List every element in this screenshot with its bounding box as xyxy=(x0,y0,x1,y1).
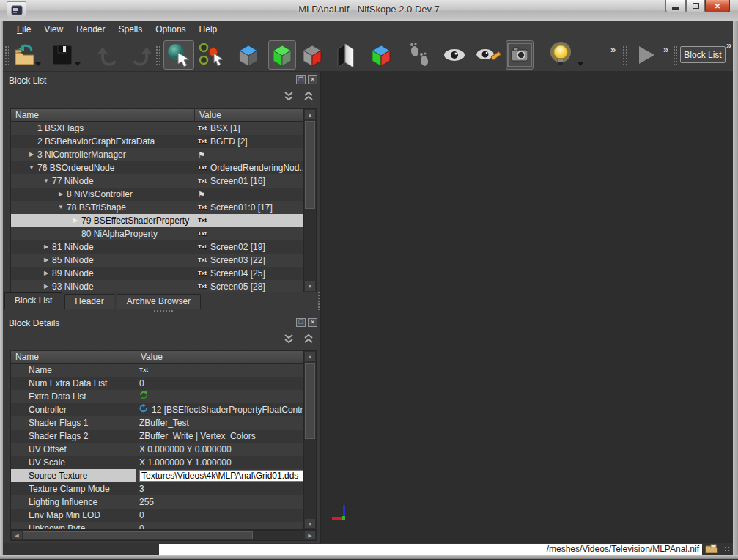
tree-row[interactable]: 80 NiAlphaPropertyTxt xyxy=(11,227,303,240)
tab-block-list[interactable]: Block List xyxy=(4,292,62,309)
tree-row[interactable]: ▶93 NiNodeTxtScreen05 [28] xyxy=(11,280,303,292)
redo-button[interactable] xyxy=(128,40,155,70)
undo-button[interactable] xyxy=(94,40,122,70)
detail-row[interactable]: Shader Flags 1ZBuffer_Test xyxy=(11,416,303,430)
close-panel-button[interactable]: ✕ xyxy=(308,318,317,327)
close-button[interactable]: ✕ xyxy=(705,0,730,12)
scroll-thumb[interactable] xyxy=(305,121,315,209)
block-list-vscrollbar[interactable]: ▲ ▼ xyxy=(303,109,316,292)
expand-icon[interactable]: ▶ xyxy=(40,280,52,292)
axes-cube-button[interactable] xyxy=(367,40,395,70)
cube-top-button[interactable] xyxy=(235,40,262,70)
expand-icon[interactable]: ▶ xyxy=(40,240,52,254)
block-details-hscrollbar[interactable]: ◀ ▶ xyxy=(10,530,317,541)
detail-row[interactable]: Controller12 [BSEffectShaderPropertyFloa… xyxy=(11,403,303,416)
detail-row[interactable]: Shader Flags 2ZBuffer_Write | Vertex_Col… xyxy=(11,430,303,443)
tree-row[interactable]: 1 BSXFlagsTxtBSX [1] xyxy=(11,122,303,135)
expand-icon[interactable]: ▶ xyxy=(40,267,52,280)
expand-icon[interactable]: ▶ xyxy=(40,254,52,267)
cube-solid-button[interactable] xyxy=(268,40,296,70)
detail-row[interactable]: Lighting Influence255 xyxy=(11,495,303,509)
tree-row[interactable]: ▶85 NiNodeTxtScreen03 [22] xyxy=(11,254,303,267)
resize-grip[interactable] xyxy=(724,546,731,553)
float-panel-button[interactable]: ❐ xyxy=(296,318,306,327)
column-name[interactable]: Name xyxy=(11,351,136,363)
block-list-toolbar-button[interactable]: Block List xyxy=(680,46,726,63)
lighting-dropdown-icon[interactable] xyxy=(578,62,583,66)
tree-row[interactable]: ▶8 NiVisController⚑ xyxy=(11,188,303,201)
menu-help[interactable]: Help xyxy=(193,22,224,37)
toolbar-extension-icon[interactable]: » xyxy=(726,40,731,51)
tree-row[interactable]: ▼76 BSOrderedNodeTxtOrderedRenderingNod.… xyxy=(11,161,303,174)
collapse-all-button[interactable] xyxy=(283,92,295,103)
minimize-button[interactable] xyxy=(665,0,686,12)
menu-file[interactable]: File xyxy=(10,22,37,37)
tab-archive-browser[interactable]: Archive Browser xyxy=(117,294,201,309)
expand-icon[interactable]: ▶ xyxy=(55,188,67,201)
panel-splitter-handle[interactable] xyxy=(153,309,174,312)
expand-all-button[interactable] xyxy=(303,334,314,346)
toolbar-extension-icon[interactable]: » xyxy=(610,44,616,55)
block-details-vscrollbar[interactable]: ▲ ▼ xyxy=(303,351,316,529)
detail-row[interactable]: Extra Data List xyxy=(11,390,303,403)
collapse-icon[interactable]: ▼ xyxy=(40,174,52,188)
tree-row[interactable]: ▶81 NiNodeTxtScreen02 [19] xyxy=(11,240,303,254)
detail-row[interactable]: Unknown Byte0 xyxy=(11,522,303,529)
play-button[interactable] xyxy=(632,40,660,70)
toolbar-grip[interactable] xyxy=(4,45,9,65)
tree-row[interactable]: ▼77 NiNodeTxtScreen01 [16] xyxy=(11,174,303,188)
render-viewport[interactable] xyxy=(320,72,733,543)
toolbar-grip[interactable] xyxy=(155,45,160,65)
column-value[interactable]: Value xyxy=(136,351,303,363)
save-file-button[interactable] xyxy=(48,40,76,70)
titlebar[interactable]: MLPAnal.nif - NifSkope 2.0 Dev 7 ✕ xyxy=(0,0,738,21)
scroll-up-icon[interactable]: ▲ xyxy=(305,352,315,361)
detail-row[interactable]: UV OffsetX 0.000000 Y 0.000000 xyxy=(11,443,303,456)
expand-icon[interactable]: ▶ xyxy=(26,148,37,161)
menu-view[interactable]: View xyxy=(37,22,70,37)
tree-row[interactable]: ▶3 NiControllerManager⚑ xyxy=(11,148,303,161)
detail-row[interactable]: Source TextureTextures\Videos\4k\MLPAnal… xyxy=(11,469,303,482)
lighting-button[interactable] xyxy=(547,40,575,70)
animation-footprints-button[interactable] xyxy=(406,40,434,70)
scroll-thumb[interactable] xyxy=(305,363,315,439)
file-path-field[interactable]: /meshes/Videos/Television/MLPAnal.nif xyxy=(159,544,702,555)
expand-all-button[interactable] xyxy=(303,92,314,103)
toolbar-grip[interactable] xyxy=(622,45,627,65)
tree-row[interactable]: ▶79 BSEffectShaderPropertyTxt xyxy=(11,214,303,227)
menu-spells[interactable]: Spells xyxy=(112,22,150,37)
save-dropdown-icon[interactable] xyxy=(75,62,81,66)
texture-path-field[interactable]: Textures\Videos\4k\MLPAnal\Grid01.dds xyxy=(139,470,303,482)
toolbar-grip[interactable] xyxy=(673,45,677,65)
scroll-thumb[interactable] xyxy=(23,531,253,539)
tree-row[interactable]: ▶89 NiNodeTxtScreen04 [25] xyxy=(11,267,303,280)
double-sided-button[interactable] xyxy=(332,40,360,70)
screenshot-button[interactable] xyxy=(506,40,534,70)
expand-icon[interactable]: ▶ xyxy=(70,214,81,227)
open-file-button[interactable] xyxy=(10,40,38,70)
scroll-left-icon[interactable]: ◀ xyxy=(12,531,22,539)
collapse-icon[interactable]: ▼ xyxy=(26,161,37,174)
collapse-all-button[interactable] xyxy=(283,334,295,346)
scroll-down-icon[interactable]: ▼ xyxy=(305,519,315,528)
detail-row[interactable]: Num Extra Data List0 xyxy=(11,377,303,390)
menu-options[interactable]: Options xyxy=(149,22,192,37)
close-panel-button[interactable]: ✕ xyxy=(308,75,317,84)
collapse-icon[interactable]: ▼ xyxy=(55,201,67,214)
show-hidden-button[interactable] xyxy=(440,40,468,70)
menu-render[interactable]: Render xyxy=(70,22,111,37)
detail-row[interactable]: UV ScaleX 1.000000 Y 1.000000 xyxy=(11,456,303,469)
detail-row[interactable]: Texture Clamp Mode3 xyxy=(11,482,303,495)
maximize-button[interactable] xyxy=(686,0,705,12)
column-name[interactable]: Name xyxy=(11,109,195,121)
select-object-button[interactable] xyxy=(163,40,194,70)
cube-side-button[interactable] xyxy=(298,40,326,70)
tree-row[interactable]: 2 BSBehaviorGraphExtraDataTxtBGED [2] xyxy=(11,135,303,148)
toolbar-extension-icon[interactable]: » xyxy=(663,44,668,55)
tab-header[interactable]: Header xyxy=(64,294,114,309)
column-value[interactable]: Value xyxy=(195,109,303,121)
scroll-down-icon[interactable]: ▼ xyxy=(305,281,315,291)
open-dropdown-icon[interactable] xyxy=(35,62,41,66)
detail-row[interactable]: Env Map Min LOD0 xyxy=(11,509,303,522)
select-vertex-button[interactable] xyxy=(198,40,226,70)
